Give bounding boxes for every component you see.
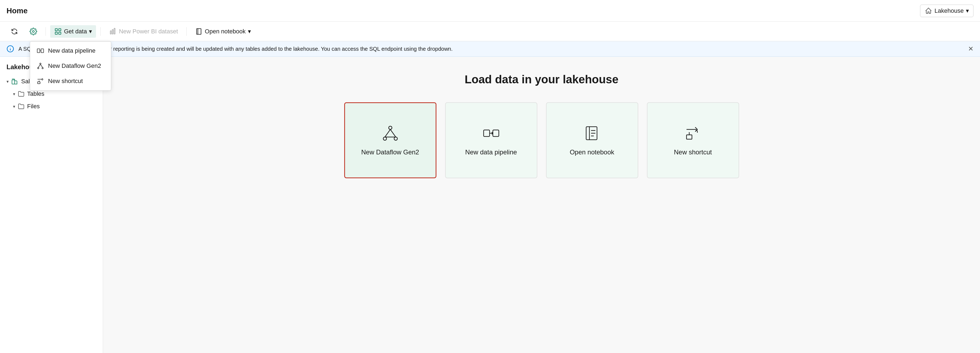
main-layout: Lakehouse ▾ SalesLakehouse ▾ Tables ▾ Fi… <box>0 57 980 353</box>
content-area: Load data in your lakehouse New Dataflow… <box>103 57 980 353</box>
folder-icon-files <box>18 103 24 110</box>
chevron-down-icon: ▾ <box>6 79 9 84</box>
svg-rect-4 <box>59 32 61 34</box>
card-new-shortcut[interactable]: New shortcut <box>647 102 739 178</box>
card-label-shortcut: New shortcut <box>674 148 712 156</box>
svg-rect-37 <box>687 135 692 139</box>
page-title: Home <box>6 6 916 15</box>
toolbar: Get data ▾ New Power BI dataset Open not… <box>0 22 980 41</box>
refresh-icon <box>11 28 18 35</box>
svg-point-15 <box>42 68 43 69</box>
sidebar: Lakehouse ▾ SalesLakehouse ▾ Tables ▾ Fi… <box>0 57 103 353</box>
svg-line-17 <box>40 64 43 68</box>
get-data-arrow: ▾ <box>89 28 92 35</box>
svg-line-26 <box>385 129 390 137</box>
dropdown-item-new-dataflow-gen2[interactable]: New Dataflow Gen2 <box>30 58 111 73</box>
svg-rect-18 <box>38 82 40 84</box>
card-label-dataflow: New Dataflow Gen2 <box>361 148 419 156</box>
settings-button[interactable] <box>25 25 41 38</box>
dropdown-label-shortcut: New shortcut <box>48 78 83 85</box>
dropdown-label-pipeline: New data pipeline <box>48 47 95 54</box>
home-icon <box>925 7 932 15</box>
notebook-card-icon <box>584 124 601 142</box>
card-new-dataflow-gen2[interactable]: New Dataflow Gen2 <box>344 102 436 178</box>
open-notebook-label: Open notebook <box>205 28 245 35</box>
notebook-icon <box>195 28 203 35</box>
dropdown-item-new-shortcut[interactable]: New shortcut <box>30 73 111 89</box>
card-label-pipeline: New data pipeline <box>465 148 517 156</box>
card-label-notebook: Open notebook <box>570 148 614 156</box>
info-banner-text: A SQL endpoint and default dataset for r… <box>18 46 964 52</box>
svg-line-16 <box>38 64 40 68</box>
cards-row: New Dataflow Gen2 New data pipeline <box>125 102 958 178</box>
shortcut-icon <box>37 77 44 85</box>
svg-rect-2 <box>59 29 61 31</box>
new-power-bi-button[interactable]: New Power BI dataset <box>105 25 182 38</box>
open-notebook-arrow: ▾ <box>248 28 251 35</box>
svg-rect-11 <box>41 49 43 52</box>
get-data-button[interactable]: Get data ▾ <box>50 25 96 38</box>
svg-rect-1 <box>55 29 57 31</box>
get-data-dropdown: New data pipeline New Dataflow Gen2 New … <box>30 41 111 91</box>
svg-rect-5 <box>110 31 111 34</box>
svg-point-0 <box>33 30 35 32</box>
sidebar-item-files[interactable]: ▾ Files <box>0 100 103 113</box>
get-data-icon <box>54 28 62 35</box>
svg-point-23 <box>389 126 392 129</box>
card-new-data-pipeline[interactable]: New data pipeline <box>445 102 537 178</box>
svg-point-25 <box>394 137 398 140</box>
settings-icon <box>30 28 37 35</box>
lakehouse-switcher[interactable]: Lakehouse ▾ <box>920 5 974 17</box>
svg-rect-22 <box>12 80 15 84</box>
power-bi-icon <box>109 28 117 35</box>
top-bar: Home Lakehouse ▾ <box>0 0 980 22</box>
svg-rect-7 <box>114 28 115 34</box>
lakehouse-tree-icon <box>11 78 18 85</box>
svg-line-27 <box>390 129 396 137</box>
folder-icon-tables <box>18 91 24 97</box>
pipeline-icon <box>37 47 44 54</box>
refresh-button[interactable] <box>6 25 22 38</box>
open-notebook-button[interactable]: Open notebook ▾ <box>191 25 255 38</box>
get-data-label: Get data <box>64 28 87 35</box>
info-icon <box>6 45 14 52</box>
toolbar-separator-2 <box>100 27 101 36</box>
svg-point-24 <box>383 137 387 140</box>
tables-chevron-icon: ▾ <box>13 91 15 97</box>
dropdown-item-new-data-pipeline[interactable]: New data pipeline <box>30 43 111 58</box>
pipeline-card-icon <box>482 124 500 142</box>
dataflow-icon <box>37 62 44 70</box>
svg-point-13 <box>40 63 41 65</box>
svg-rect-10 <box>37 49 40 52</box>
close-banner-button[interactable]: ✕ <box>968 45 974 52</box>
lakehouse-chevron: ▾ <box>966 7 969 14</box>
toolbar-separator-3 <box>186 27 187 36</box>
svg-point-14 <box>38 68 39 69</box>
svg-rect-3 <box>55 32 57 34</box>
shortcut-card-icon <box>684 124 702 142</box>
dataflow-card-icon <box>382 124 399 142</box>
new-power-bi-label: New Power BI dataset <box>119 28 178 35</box>
dropdown-label-dataflow: New Dataflow Gen2 <box>48 62 101 70</box>
sidebar-label-files: Files <box>27 103 40 110</box>
svg-rect-8 <box>197 29 201 34</box>
content-title: Load data in your lakehouse <box>125 73 958 86</box>
files-chevron-icon: ▾ <box>13 104 15 109</box>
svg-rect-6 <box>112 30 113 34</box>
lakehouse-label: Lakehouse <box>934 7 964 14</box>
svg-rect-29 <box>484 130 490 137</box>
card-open-notebook[interactable]: Open notebook <box>546 102 638 178</box>
sidebar-label-tables: Tables <box>27 91 45 97</box>
svg-rect-30 <box>493 130 499 137</box>
info-banner: A SQL endpoint and default dataset for r… <box>0 41 980 57</box>
